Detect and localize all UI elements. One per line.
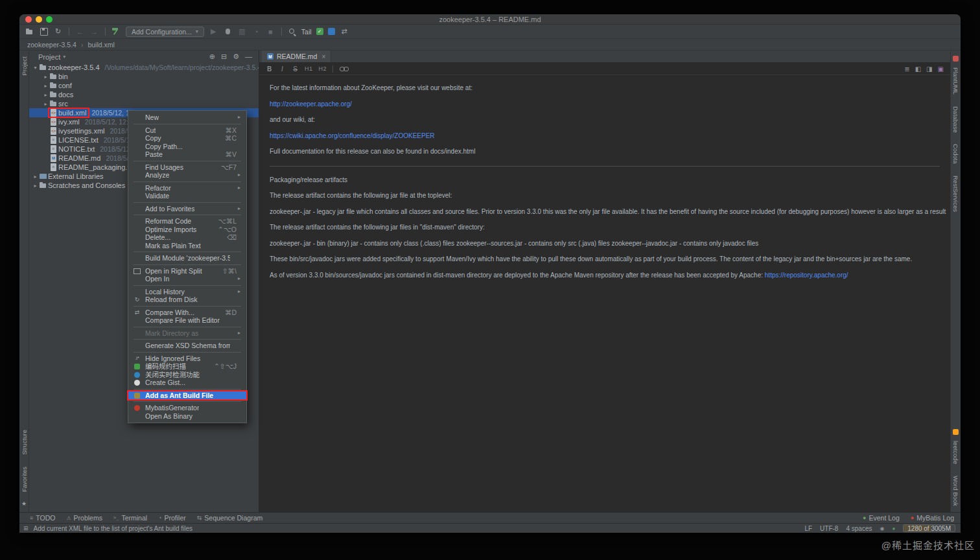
tree-item[interactable]: bin xyxy=(49,73,70,80)
menu-item[interactable]: Mark as Plain Text xyxy=(128,242,246,250)
translate-icon[interactable]: ⇄ xyxy=(340,27,349,36)
open-icon[interactable] xyxy=(25,27,34,36)
menu-item[interactable]: Analyze ▸ xyxy=(128,171,246,180)
forward-icon[interactable]: → xyxy=(89,27,99,36)
plugin-blue-icon[interactable] xyxy=(328,28,335,35)
paragraph-link[interactable]: https://cwiki.apache.org/confluence/disp… xyxy=(270,132,435,139)
menu-item[interactable] xyxy=(134,389,241,390)
run-configuration-dropdown[interactable]: Add Configuration... ▾ xyxy=(126,27,204,37)
markdown-format-button[interactable]: S xyxy=(292,65,299,73)
menu-item[interactable]: Cut ⌘X xyxy=(128,126,246,135)
insert-link-icon[interactable] xyxy=(339,65,349,73)
menu-item[interactable] xyxy=(134,264,241,265)
menu-item[interactable]: 关闭实时检测功能 xyxy=(128,371,246,379)
menu-item[interactable] xyxy=(134,124,241,124)
menu-item[interactable] xyxy=(134,215,241,215)
close-window-button[interactable] xyxy=(25,16,32,23)
menu-item[interactable]: Copy ⌘C xyxy=(128,134,246,143)
memory-indicator[interactable]: 1280 of 3005M xyxy=(903,524,955,532)
tool-window-button[interactable]: leetcode xyxy=(952,441,959,464)
coverage-icon[interactable]: ▥ xyxy=(237,27,247,36)
status-segment[interactable]: UTF-8 xyxy=(820,525,838,532)
grep-console-icon[interactable]: ● xyxy=(892,526,895,531)
tool-window-button[interactable]: RestServices xyxy=(952,176,959,212)
tree-item[interactable]: LICENSE.txt xyxy=(49,136,100,144)
tree-item[interactable]: README.md xyxy=(49,154,102,162)
zoom-window-button[interactable] xyxy=(46,16,52,23)
menu-item[interactable]: Hide Ignored Files xyxy=(128,355,246,363)
tree-item[interactable]: README_packaging.txt xyxy=(49,163,137,171)
tool-window-button[interactable]: Database xyxy=(952,106,959,133)
plugin-check-icon[interactable]: ✓ xyxy=(316,28,323,35)
tree-item[interactable]: ivy.xml xyxy=(49,118,82,126)
paragraph-link[interactable]: https://repository.apache.org/ xyxy=(765,272,848,279)
tree-row[interactable]: ▾ zookeeper-3.5.4 /Volumes/data/MySoft/l… xyxy=(29,63,259,72)
sync-icon[interactable]: ↻ xyxy=(53,27,63,36)
menu-item[interactable]: Compare With... ⌘D xyxy=(128,309,246,317)
tree-item[interactable]: docs xyxy=(49,91,75,99)
menu-item[interactable]: Create Gist... xyxy=(128,379,246,387)
menu-item[interactable] xyxy=(134,251,241,252)
split-view-icon[interactable]: ◨ xyxy=(926,65,932,73)
breadcrumb-item[interactable]: build.xml xyxy=(76,41,115,49)
tree-item[interactable]: Scratches and Consoles xyxy=(39,181,127,189)
tree-row[interactable]: ▸ src xyxy=(29,99,259,108)
debug-icon[interactable] xyxy=(223,27,233,36)
menu-item[interactable]: Reformat Code ⌥⌘L xyxy=(128,217,246,226)
tree-item[interactable]: External Libraries xyxy=(39,172,106,180)
preview-only-icon[interactable]: ▣ xyxy=(938,65,944,73)
menu-item[interactable]: Optimize Imports ⌃⌥O xyxy=(128,226,246,234)
tool-window-switcher-icon[interactable]: ⊞ xyxy=(23,525,29,531)
status-segment[interactable]: LF xyxy=(804,525,812,532)
menu-item[interactable]: Open in Right Split ⇧⌘\ xyxy=(128,267,246,275)
toc-icon[interactable]: ≣ xyxy=(904,65,909,73)
tree-item[interactable]: NOTICE.txt xyxy=(49,145,97,153)
tool-window-button[interactable]: Favorites xyxy=(21,467,28,492)
tool-window-button[interactable]: PlantUML xyxy=(952,67,959,95)
save-all-icon[interactable] xyxy=(39,27,49,36)
menu-item[interactable]: Paste ⌘V xyxy=(128,150,246,159)
build-hammer-icon[interactable] xyxy=(111,27,121,36)
menu-item[interactable]: Generate XSD Schema from XML File... xyxy=(128,342,246,350)
tool-window-button[interactable]: Profiler xyxy=(158,514,186,522)
tree-chevron-icon[interactable]: ▸ xyxy=(42,101,49,107)
tree-row[interactable]: ▸ docs xyxy=(29,90,259,99)
tool-window-button[interactable]: TODO xyxy=(30,514,55,522)
settings-gear-icon[interactable]: ⚙ xyxy=(233,52,239,61)
tool-window-button[interactable]: MyBatis Log xyxy=(911,514,954,522)
menu-item[interactable]: Open As Binary xyxy=(128,412,246,421)
tree-item[interactable]: src xyxy=(49,100,70,108)
menu-item[interactable] xyxy=(134,181,241,182)
locate-file-icon[interactable]: ⊕ xyxy=(209,52,215,61)
minimize-window-button[interactable] xyxy=(36,16,42,23)
stop-icon[interactable]: ■ xyxy=(266,27,275,36)
menu-item[interactable]: 编码规约扫描 ⌃⇧⌥J xyxy=(128,362,246,371)
status-segment[interactable]: 4 spaces xyxy=(846,525,872,532)
tool-window-button[interactable]: Sequence Diagram xyxy=(197,514,262,522)
hide-panel-icon[interactable]: — xyxy=(245,52,252,61)
tree-item[interactable]: build.xml xyxy=(49,109,88,117)
menu-item[interactable]: Add to Favorites ▸ xyxy=(128,205,246,213)
menu-item[interactable] xyxy=(134,306,241,307)
tree-chevron-icon[interactable]: ▸ xyxy=(32,174,39,180)
tool-window-button[interactable]: Problems xyxy=(66,514,102,522)
menu-item[interactable]: Build Module 'zookeeper-3.5.4' xyxy=(128,254,246,262)
project-view-selector[interactable]: Project xyxy=(38,53,60,61)
menu-item[interactable] xyxy=(134,401,241,402)
menu-item[interactable] xyxy=(134,161,241,161)
menu-item[interactable] xyxy=(134,202,241,203)
tree-chevron-icon[interactable]: ▸ xyxy=(42,92,49,98)
menu-item[interactable] xyxy=(134,285,241,286)
menu-item[interactable] xyxy=(134,352,241,353)
menu-item[interactable]: Reload from Disk xyxy=(128,296,246,304)
menu-item[interactable] xyxy=(134,339,241,340)
menu-item[interactable]: Delete... ⌫ xyxy=(128,233,246,242)
read-lock-icon[interactable]: ◉ xyxy=(880,526,884,531)
menu-item[interactable]: Open In ▸ xyxy=(128,275,246,283)
menu-item[interactable]: New ▸ xyxy=(128,113,246,122)
tool-window-button[interactable]: Structure xyxy=(21,430,28,455)
close-tab-icon[interactable]: × xyxy=(321,53,325,60)
menu-item[interactable]: MybatisGenerator xyxy=(128,404,246,412)
editor-content[interactable]: For the latest information about ZooKeep… xyxy=(259,75,950,512)
plantuml-icon[interactable] xyxy=(953,56,959,62)
